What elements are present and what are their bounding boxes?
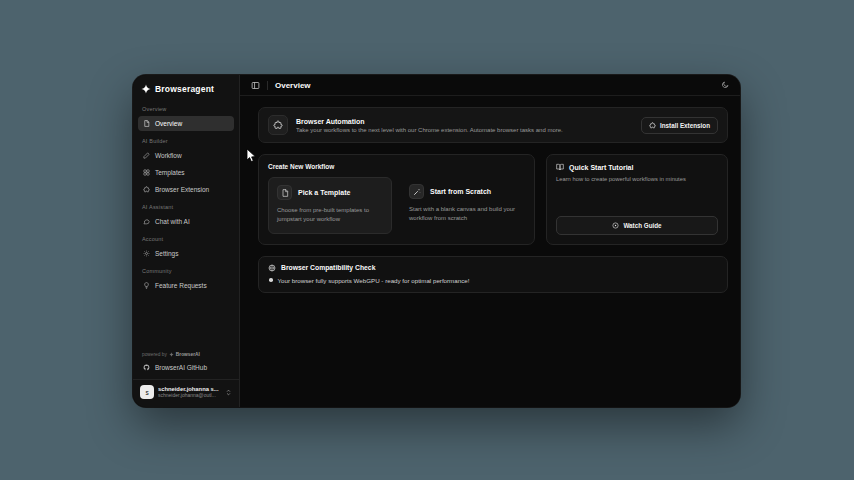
topbar-divider [267, 81, 268, 90]
book-open-icon [556, 163, 564, 171]
gear-icon [143, 250, 150, 257]
browseragent-logo-icon [141, 84, 151, 94]
sidebar-item-settings[interactable]: Settings [138, 246, 234, 261]
sidebar: Browseragent Overview Overview AI Builde… [133, 75, 240, 407]
sidebar-footer: powered by BrowserAI BrowserAI GitHub s … [133, 349, 239, 401]
compatibility-card: Browser Compatibility Check Your browser… [258, 256, 728, 293]
avatar: s [140, 385, 154, 399]
quick-start-title: Quick Start Tutorial [569, 164, 633, 171]
create-workflow-title: Create New Workflow [268, 163, 525, 170]
chat-bubble-icon [143, 218, 150, 225]
quick-start-card: Quick Start Tutorial Learn how to create… [546, 154, 728, 245]
start-from-scratch-option[interactable]: Start from Scratch Start with a blank ca… [401, 177, 525, 234]
play-circle-icon [612, 222, 619, 229]
compatibility-title: Browser Compatibility Check [281, 264, 375, 271]
user-menu[interactable]: s schneider.johanna s... schneider.johan… [133, 379, 239, 401]
sidebar-section-overview: Overview [133, 100, 239, 115]
document-icon [143, 120, 150, 127]
lightbulb-icon [143, 282, 150, 289]
sidebar-item-overview[interactable]: Overview [138, 116, 234, 131]
sidebar-section-community: Community [133, 262, 239, 277]
pick-template-option[interactable]: Pick a Template Choose from pre-built te… [268, 177, 392, 234]
sidebar-item-workflow[interactable]: Workflow [138, 148, 234, 163]
puzzle-icon [649, 122, 656, 129]
install-extension-button[interactable]: Install Extension [641, 117, 718, 134]
browser-automation-banner: Browser Automation Take your workflows t… [258, 107, 728, 143]
topbar: Overview [240, 75, 740, 96]
browserai-mini-logo-icon [169, 352, 174, 357]
app-window: Browseragent Overview Overview AI Builde… [133, 75, 740, 407]
puzzle-icon [143, 186, 150, 193]
grid-icon [143, 169, 150, 176]
status-dot [269, 278, 273, 282]
chevrons-up-down-icon [225, 389, 232, 396]
sidebar-item-templates[interactable]: Templates [138, 165, 234, 180]
compatibility-status: Your browser fully supports WebGPU - rea… [268, 277, 718, 284]
banner-subtitle: Take your workflows to the next level wi… [296, 127, 633, 133]
sidebar-section-ai-assistant: AI Assistant [133, 198, 239, 213]
pen-icon [143, 152, 150, 159]
puzzle-icon [268, 115, 288, 135]
wand-icon [409, 184, 424, 199]
quick-start-subtitle: Learn how to create powerful workflows i… [556, 175, 718, 183]
watch-guide-button[interactable]: Watch Guide [556, 216, 718, 235]
user-email: schneider.johanna@outl... [158, 392, 221, 398]
sidebar-toggle-icon[interactable] [251, 81, 260, 90]
powered-by: powered by BrowserAI [133, 349, 239, 359]
sidebar-item-browser-extension[interactable]: Browser Extension [138, 182, 234, 197]
sidebar-section-account: Account [133, 230, 239, 245]
banner-title: Browser Automation [296, 118, 633, 125]
sidebar-item-chat-with-ai[interactable]: Chat with AI [138, 214, 234, 229]
page-title: Overview [275, 81, 311, 90]
sidebar-section-ai-builder: AI Builder [133, 132, 239, 147]
file-icon [277, 185, 292, 200]
globe-icon [268, 264, 276, 272]
main-area: Overview Browser Automation Take your wo… [240, 75, 740, 407]
app-logo: Browseragent [133, 82, 239, 100]
theme-toggle-icon[interactable] [721, 81, 729, 89]
overview-content: Browser Automation Take your workflows t… [240, 96, 740, 407]
sidebar-item-browserai-github[interactable]: BrowserAI GitHub [138, 360, 234, 375]
github-icon [143, 364, 150, 371]
create-workflow-card: Create New Workflow Pick a Template Choo… [258, 154, 535, 245]
sidebar-item-feature-requests[interactable]: Feature Requests [138, 278, 234, 293]
app-name: Browseragent [155, 84, 214, 94]
